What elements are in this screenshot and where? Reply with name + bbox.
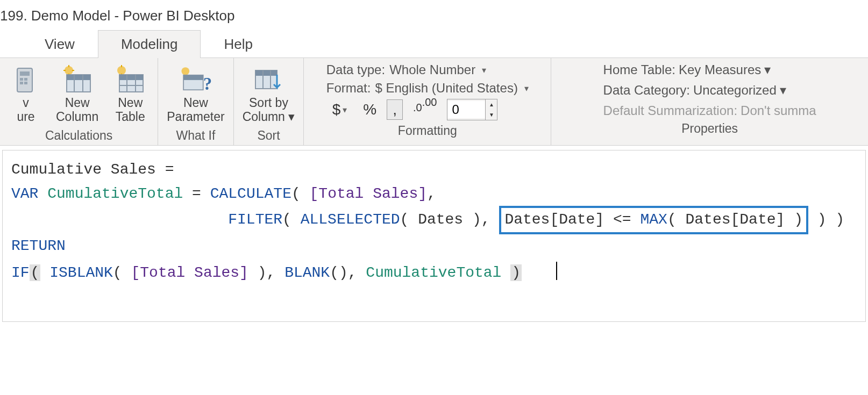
text-cursor [556,262,557,280]
svg-rect-28 [255,70,277,76]
thousands-separator-button[interactable]: , [387,99,403,120]
home-table-dropdown[interactable]: Home Table: Key Measures ▾ [603,62,816,77]
default-summarization-dropdown: Default Summarization: Don't summa [603,103,816,118]
tab-modeling[interactable]: Modeling [98,30,201,58]
data-category-dropdown[interactable]: Data Category: Uncategorized ▾ [603,83,816,98]
new-parameter-button[interactable]: ? New Parameter [163,62,227,125]
svg-rect-19 [119,75,143,80]
sort-by-column-button[interactable]: Sort by Column ▾ [239,62,298,125]
measure-icon [9,63,43,96]
new-column-icon [60,63,95,96]
format-dropdown[interactable]: Format: $ English (United States) ▾ [326,81,529,96]
chevron-down-icon: ▾ [780,83,786,98]
svg-point-23 [181,67,189,75]
svg-rect-5 [24,82,27,84]
group-label-properties: Properties [681,121,738,136]
new-table-icon [113,63,147,96]
group-label-sort: Sort [257,128,280,143]
percent-button[interactable]: % [357,99,382,120]
svg-point-6 [65,66,73,75]
ribbon-group-sort: Sort by Column ▾ Sort [234,58,304,145]
matched-paren: ( [30,264,41,281]
chevron-down-icon: ▾ [288,110,295,124]
chevron-down-icon: ▾ [343,105,347,115]
formula-bar[interactable]: Cumulative Sales = VAR CumulativeTotal =… [2,150,866,322]
highlighted-expression: Dates[Date] <= MAX( Dates[Date] ) [499,206,808,234]
spinner-down-icon[interactable]: ▼ [486,110,497,120]
sort-icon [251,63,286,96]
svg-rect-2 [20,78,23,81]
ribbon-group-whatif: ? New Parameter What If [158,58,233,145]
ribbon-group-properties: Home Table: Key Measures ▾ Data Category… [551,58,868,145]
new-measure-button[interactable]: v ure [5,62,46,125]
matched-paren: ) [510,264,522,281]
tab-help[interactable]: Help [201,30,275,58]
group-label-calculations: Calculations [45,128,112,143]
spinner-up-icon[interactable]: ▲ [486,99,497,110]
chevron-down-icon: ▾ [482,65,486,75]
svg-text:?: ? [203,74,212,94]
group-label-formatting: Formatting [398,124,457,138]
new-table-button[interactable]: New Table [108,62,152,125]
chevron-down-icon: ▾ [524,83,529,94]
decimal-places-input[interactable] [447,101,485,118]
ribbon-group-calculations: v ure New Column New Table Calculations [0,58,158,145]
window-title: 199. Demo Model - Power BI Desktop [0,0,868,30]
svg-rect-25 [183,75,203,80]
ribbon-group-formatting: Data type: Whole Number ▾ Format: $ Engl… [304,58,551,145]
ribbon-tabs: View Modeling Help [0,30,868,58]
ribbon: v ure New Column New Table Calculations … [0,58,868,146]
new-parameter-icon: ? [179,63,213,96]
svg-point-15 [117,66,126,75]
svg-rect-1 [20,71,30,76]
tab-view[interactable]: View [22,30,98,58]
svg-rect-3 [24,78,27,81]
measure-name: Cumulative Sales [11,161,156,178]
data-type-dropdown[interactable]: Data type: Whole Number ▾ [326,62,529,77]
chevron-down-icon: ▾ [764,62,771,77]
svg-rect-4 [20,82,23,84]
currency-button[interactable]: $ ▾ [326,99,353,120]
svg-rect-12 [67,75,90,80]
decimal-format-button[interactable]: .0.00 [407,102,443,118]
decimal-places-spinner[interactable]: ▲ ▼ [447,99,497,120]
new-column-button[interactable]: New Column [53,62,102,125]
group-label-whatif: What If [176,128,216,143]
